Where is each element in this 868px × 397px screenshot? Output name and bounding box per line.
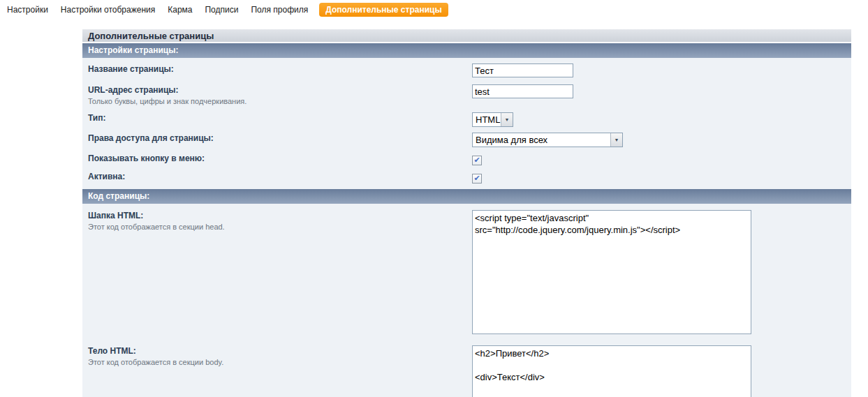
row-head-html: Шапка HTML: Этот код отображается в секц… bbox=[82, 206, 851, 341]
row-page-url: URL-адрес страницы: Только буквы, цифры … bbox=[82, 81, 851, 110]
row-page-access: Права доступа для страницы: Видима для в… bbox=[82, 130, 851, 150]
page-access-select[interactable]: Видима для всех ▼ bbox=[472, 133, 623, 147]
check-icon: ✔ bbox=[473, 174, 480, 182]
row-show-menu-button: Показывать кнопку в меню: ✔ bbox=[82, 150, 851, 168]
active-checkbox[interactable]: ✔ bbox=[472, 174, 482, 183]
head-html-label: Шапка HTML: bbox=[88, 210, 458, 222]
admin-tabbar: Настройки Настройки отображения Карма По… bbox=[0, 0, 868, 20]
page-type-select[interactable]: HTML ▼ bbox=[472, 112, 513, 127]
tab-additional-pages[interactable]: Дополнительные страницы bbox=[319, 3, 448, 17]
head-html-hint: Этот код отображается в секции head. bbox=[88, 222, 458, 232]
section-page-settings: Название страницы: URL-адрес страницы: Т… bbox=[82, 58, 851, 189]
tab-display-settings[interactable]: Настройки отображения bbox=[59, 3, 156, 17]
page-url-label: URL-адрес страницы: bbox=[88, 84, 458, 96]
body-html-textarea[interactable] bbox=[472, 345, 751, 397]
page-name-label: Название страницы: bbox=[88, 63, 458, 75]
body-html-hint: Этот код отображается в секции body. bbox=[88, 357, 458, 367]
show-menu-label: Показывать кнопку в меню: bbox=[88, 153, 458, 165]
row-page-name: Название страницы: bbox=[82, 60, 851, 81]
section-header-page-code: Код страницы: bbox=[82, 189, 851, 204]
panel-title: Дополнительные страницы bbox=[82, 29, 851, 43]
page-url-input[interactable] bbox=[472, 84, 573, 98]
row-page-type: Тип: HTML ▼ bbox=[82, 110, 851, 130]
tab-signatures[interactable]: Подписи bbox=[203, 3, 240, 17]
tab-karma[interactable]: Карма bbox=[166, 3, 193, 17]
tab-settings[interactable]: Настройки bbox=[6, 3, 50, 17]
check-icon: ✔ bbox=[473, 156, 480, 164]
page-name-input[interactable] bbox=[472, 63, 573, 77]
active-label: Активна: bbox=[88, 171, 458, 183]
section-page-code: Шапка HTML: Этот код отображается в секц… bbox=[82, 204, 851, 397]
row-active: Активна: ✔ bbox=[82, 168, 851, 186]
head-html-textarea[interactable] bbox=[472, 210, 751, 334]
page-access-label: Права доступа для страницы: bbox=[88, 133, 458, 144]
page-type-selected-value: HTML bbox=[473, 113, 501, 126]
show-menu-checkbox[interactable]: ✔ bbox=[472, 156, 482, 165]
tab-profile-fields[interactable]: Поля профиля bbox=[249, 3, 309, 17]
row-body-html: Тело HTML: Этот код отображается в секци… bbox=[82, 341, 851, 397]
dropdown-arrow-icon: ▼ bbox=[501, 113, 513, 126]
section-header-page-settings: Настройки страницы: bbox=[82, 43, 851, 58]
page-url-hint: Только буквы, цифры и знак подчеркивания… bbox=[88, 96, 458, 106]
page-type-label: Тип: bbox=[88, 112, 458, 124]
page-access-selected-value: Видима для всех bbox=[473, 133, 610, 147]
body-html-label: Тело HTML: bbox=[88, 345, 458, 357]
additional-pages-panel: Дополнительные страницы Настройки страни… bbox=[82, 29, 851, 397]
dropdown-arrow-icon: ▼ bbox=[610, 133, 622, 147]
